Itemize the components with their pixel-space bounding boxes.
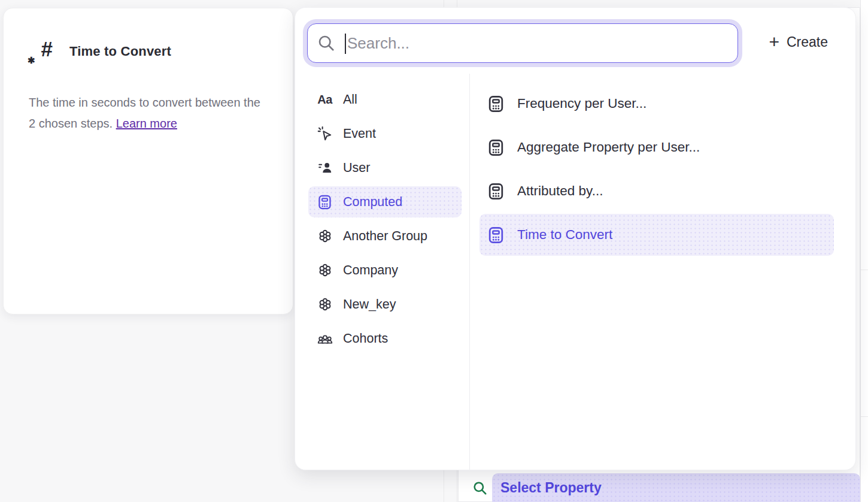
result-label: Aggregate Property per User...: [517, 140, 700, 155]
group-icon: [317, 262, 333, 279]
result-time-to-convert[interactable]: Time to Convert: [479, 214, 834, 256]
result-aggregate-property-per-user[interactable]: Aggregate Property per User...: [479, 126, 834, 168]
calculator-icon: [487, 182, 505, 201]
hash-glyph: #: [41, 38, 53, 59]
category-label: New_key: [343, 297, 396, 312]
category-computed[interactable]: Computed: [308, 186, 462, 217]
tooltip-description: The time in seconds to convert between t…: [29, 92, 268, 134]
category-label: User: [343, 161, 370, 176]
property-tooltip-card: # ✱ Time to Convert The time in seconds …: [3, 8, 293, 314]
select-property-label: Select Property: [500, 480, 602, 496]
plus-icon: +: [769, 33, 779, 51]
search-icon: [472, 480, 488, 496]
cohorts-icon: [317, 331, 333, 347]
text-format-icon: Aa: [317, 92, 333, 108]
calculator-icon: [487, 138, 505, 157]
divider: [861, 270, 868, 270]
search-box: [307, 23, 738, 63]
result-frequency-per-user[interactable]: Frequency per User...: [479, 83, 834, 125]
result-label: Time to Convert: [517, 227, 612, 243]
create-button[interactable]: + Create: [769, 33, 828, 51]
result-label: Frequency per User...: [517, 96, 647, 111]
calculator-icon: [487, 95, 505, 113]
search-icon: [317, 34, 335, 52]
star-glyph: ✱: [28, 56, 35, 65]
numeric-property-icon: # ✱: [28, 38, 53, 65]
category-all[interactable]: Aa All: [308, 84, 462, 115]
category-another-group[interactable]: Another Group: [308, 220, 462, 252]
category-company[interactable]: Company: [308, 255, 462, 286]
calculator-icon: [487, 226, 505, 244]
category-label: Another Group: [343, 229, 427, 244]
results-list: Frequency per User... Aggregate Property…: [479, 83, 834, 256]
category-label: Computed: [343, 195, 402, 210]
category-new-key[interactable]: New_key: [308, 289, 462, 320]
calculator-icon: [317, 194, 333, 210]
create-button-label: Create: [787, 34, 828, 50]
category-label: Event: [343, 126, 376, 141]
divider: [861, 416, 868, 417]
category-label: Company: [343, 263, 398, 278]
property-picker-panel: + Create Aa All Event: [295, 7, 856, 470]
user-icon: [317, 160, 333, 176]
select-property-field[interactable]: Select Property: [492, 473, 860, 502]
group-icon: [317, 297, 333, 313]
divider: [469, 74, 470, 470]
event-click-icon: [317, 126, 333, 142]
category-user[interactable]: User: [308, 152, 462, 183]
learn-more-link[interactable]: Learn more: [116, 117, 177, 130]
tooltip-title: Time to Convert: [69, 44, 171, 59]
category-label: Cohorts: [343, 331, 388, 346]
group-icon: [317, 228, 333, 244]
category-label: All: [343, 92, 357, 107]
search-input[interactable]: [335, 24, 738, 62]
category-event[interactable]: Event: [308, 118, 462, 149]
right-panel-edge: [860, 0, 868, 502]
result-label: Attributed by...: [517, 183, 603, 199]
result-attributed-by[interactable]: Attributed by...: [479, 170, 834, 212]
category-list: Aa All Event: [308, 84, 462, 354]
category-cohorts[interactable]: Cohorts: [308, 323, 462, 354]
tooltip-header: # ✱ Time to Convert: [28, 38, 171, 65]
text-caret: [345, 34, 346, 54]
